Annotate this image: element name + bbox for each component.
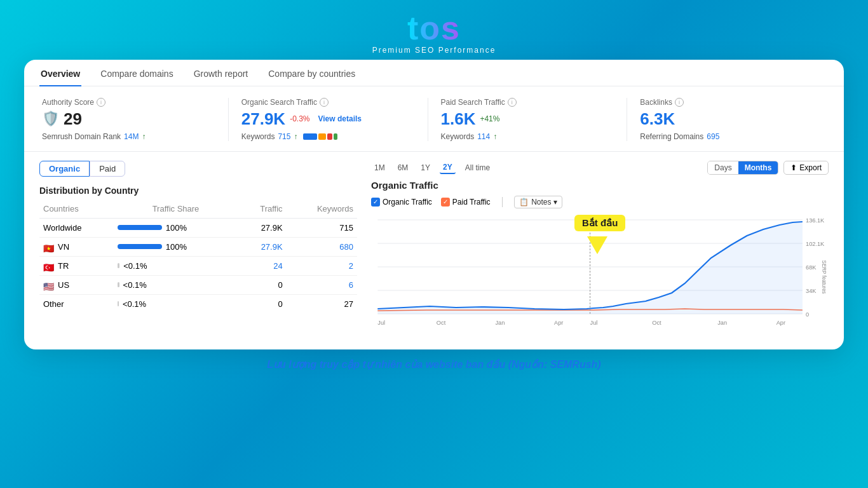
metric-paid-label: Paid Search Traffic i (441, 98, 614, 107)
svg-text:Apr: Apr (554, 320, 563, 326)
svg-text:Jan: Jan (717, 320, 727, 326)
svg-text:68K: 68K (806, 264, 816, 271)
time-6m[interactable]: 6M (395, 162, 412, 173)
annotation-arrow (587, 236, 607, 254)
domain-rank-link[interactable]: 14M (124, 132, 139, 141)
legend-organic[interactable]: ✓ Organic Traffic (371, 198, 432, 207)
svg-text:Oct: Oct (437, 320, 446, 326)
traffic-cell: 24 (238, 256, 286, 275)
logo-subtitle: Premium SEO Performance (372, 46, 496, 55)
flag-icon: 🇹🇷 (43, 262, 55, 271)
view-months[interactable]: Months (738, 161, 778, 174)
country-cell: 🇹🇷TR (39, 256, 114, 275)
time-1y[interactable]: 1Y (417, 162, 433, 173)
toggle-paid[interactable]: Paid (90, 161, 125, 177)
legend-paid-check: ✓ (441, 198, 450, 207)
svg-text:136.1K: 136.1K (806, 217, 824, 224)
table-row: Worldwide 100% 27.9K 715 (39, 218, 357, 237)
authority-info-icon[interactable]: i (97, 98, 105, 107)
traffic-bar (118, 244, 162, 249)
keywords-cell: 680 (287, 237, 357, 256)
metric-authority-value: 🛡️ 29 (42, 109, 215, 129)
tab-compare-countries[interactable]: Compare by countries (267, 60, 356, 86)
svg-text:SERP features: SERP features (821, 260, 827, 294)
metric-paid-value: 1.6K +41% (441, 109, 614, 129)
metric-organic-label: Organic Search Traffic i (241, 98, 415, 107)
svg-text:0: 0 (806, 311, 809, 318)
chart-title: Organic Traffic (371, 180, 829, 191)
time-alltime[interactable]: All time (462, 162, 493, 173)
metric-authority-score: Authority Score i 🛡️ 29 Semrush Domain R… (42, 98, 229, 141)
traffic-cell: 0 (238, 275, 286, 294)
col-traffic: Traffic (238, 202, 286, 219)
table-row: 🇻🇳VN 100% 27.9K 680 (39, 237, 357, 256)
country-cell: 🇺🇸US (39, 275, 114, 294)
metric-organic-search: Organic Search Traffic i 27.9K -0.3% Vie… (241, 98, 428, 141)
svg-text:Apr: Apr (776, 320, 785, 326)
paid-info-icon[interactable]: i (508, 98, 517, 107)
col-traffic-share: Traffic Share (114, 202, 238, 219)
toggle-row: Organic Paid (39, 161, 357, 177)
distribution-title: Distribution by Country (39, 186, 357, 196)
metric-backlinks: Backlinks i 6.3K Referring Domains 695 (640, 98, 826, 141)
time-2y[interactable]: 2Y (440, 161, 456, 174)
col-keywords: Keywords (287, 202, 357, 219)
logo-area: tos Premium SEO Performance (372, 0, 496, 60)
export-button[interactable]: ⬆ Export (783, 161, 829, 175)
referring-domains-count[interactable]: 695 (707, 132, 719, 141)
metric-paid-sub: Keywords 114 ↑ (441, 132, 614, 141)
metrics-row: Authority Score i 🛡️ 29 Semrush Domain R… (24, 86, 844, 152)
country-cell: Other (39, 294, 114, 313)
metric-backlinks-value: 6.3K (640, 109, 813, 129)
svg-text:Jan: Jan (495, 320, 505, 326)
keywords-cell: 2 (287, 256, 357, 275)
country-cell: 🇻🇳VN (39, 237, 114, 256)
organic-kw-count[interactable]: 715 (278, 132, 290, 141)
metric-backlinks-sub: Referring Domains 695 (640, 132, 813, 141)
table-row: Other <0.1% 0 27 (39, 294, 357, 313)
metric-backlinks-label: Backlinks i (640, 98, 813, 107)
table-row: 🇹🇷TR <0.1% 24 2 (39, 256, 357, 275)
keywords-cell: 715 (287, 218, 357, 237)
main-card: Overview Compare domains Growth report C… (24, 60, 844, 349)
svg-text:34K: 34K (806, 288, 816, 294)
traffic-bar (118, 282, 119, 287)
paid-kw-count[interactable]: 114 (477, 132, 490, 141)
view-days[interactable]: Days (708, 161, 738, 174)
keywords-cell: 6 (287, 275, 357, 294)
country-cell: Worldwide (39, 218, 114, 237)
legend-separator (502, 197, 503, 207)
flag-icon: 🇻🇳 (43, 243, 55, 252)
toggle-organic[interactable]: Organic (39, 161, 90, 177)
bottom-section: Organic Paid Distribution by Country Cou… (24, 152, 844, 342)
svg-text:Jul: Jul (377, 320, 385, 326)
organic-view-details[interactable]: View details (318, 114, 362, 123)
metric-paid-search: Paid Search Traffic i 1.6K +41% Keywords… (441, 98, 628, 141)
traffic-bar (118, 263, 120, 268)
tab-growth-report[interactable]: Growth report (193, 60, 250, 86)
legend-paid[interactable]: ✓ Paid Traffic (441, 198, 491, 207)
organic-change: -0.3% (290, 114, 309, 123)
svg-text:102.1K: 102.1K (806, 241, 824, 247)
time-1m[interactable]: 1M (371, 162, 388, 173)
table-row: 🇺🇸US <0.1% 0 6 (39, 275, 357, 294)
legend-organic-check: ✓ (371, 198, 380, 207)
notes-button[interactable]: 📋 Notes ▾ (514, 196, 562, 208)
traffic-cell: 27.9K (238, 218, 286, 237)
right-panel: 1M 6M 1Y 2Y All time Days Months ⬆ Expor… (371, 161, 829, 337)
metric-organic-sub: Keywords 715 ↑ (241, 132, 415, 141)
paid-change: +41% (480, 114, 499, 123)
traffic-cell: 0 (238, 294, 286, 313)
metric-organic-value: 27.9K -0.3% View details (241, 109, 415, 129)
chart-wrapper: Bắt đầu 136.1K 102.1K 68K 34K 0 (371, 214, 829, 337)
tab-compare-domains[interactable]: Compare domains (99, 60, 174, 86)
tabs-row: Overview Compare domains Growth report C… (24, 60, 844, 86)
annotation-label: Bắt đầu (574, 215, 625, 231)
backlinks-info-icon[interactable]: i (675, 98, 684, 107)
legend-row: ✓ Organic Traffic ✓ Paid Traffic 📋 Notes… (371, 196, 829, 208)
tab-overview[interactable]: Overview (39, 60, 81, 86)
flag-icon: 🇺🇸 (43, 281, 55, 290)
logo: tos (407, 11, 461, 44)
organic-info-icon[interactable]: i (320, 98, 329, 107)
svg-text:Oct: Oct (652, 320, 661, 326)
